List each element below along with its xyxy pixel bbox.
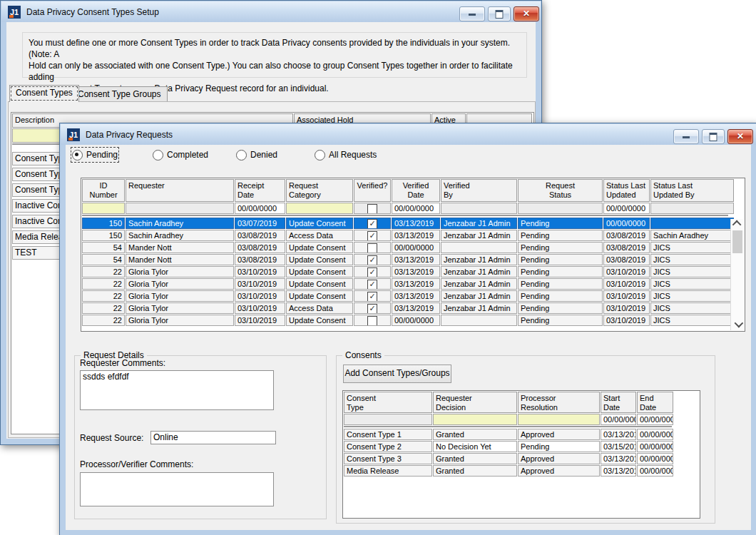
cell-status[interactable]: Pending: [518, 315, 603, 326]
column-header[interactable]: Processor Resolution: [518, 392, 600, 413]
cell-status[interactable]: Pending: [518, 218, 603, 229]
cell-vdate[interactable]: 03/13/2019: [392, 254, 440, 265]
request-row[interactable]: 22Gloria Tylor03/10/2019Update Consent00…: [82, 315, 745, 326]
cell-receipt[interactable]: 03/10/2019: [235, 290, 285, 302]
cell-id[interactable]: 22: [82, 266, 125, 277]
cell-resolution[interactable]: Pending: [518, 441, 600, 452]
request-row[interactable]: 54Mander Nott03/08/2019Update Consent✓03…: [82, 254, 745, 265]
cell-status[interactable]: Pending: [518, 230, 603, 241]
column-header[interactable]: Status Last Updated On: [603, 179, 650, 202]
cell-receipt[interactable]: 03/08/2019: [235, 242, 285, 253]
cell-requester[interactable]: Gloria Tylor: [126, 290, 234, 302]
cell-receipt[interactable]: 03/08/2019: [235, 254, 285, 265]
filter-cell[interactable]: [286, 203, 353, 214]
cell-vby[interactable]: [441, 315, 517, 326]
filter-cell[interactable]: 00/00/0000: [392, 203, 440, 214]
cell-updated_on[interactable]: 03/08/2019: [603, 254, 650, 265]
column-header[interactable]: Receipt Date: [235, 179, 285, 202]
cell-updated_by[interactable]: JICS: [650, 278, 734, 290]
consent-setup-titlebar[interactable]: J1 Data Privacy Consent Types Setup ✕: [1, 1, 541, 22]
filter-cell[interactable]: [433, 414, 517, 425]
cell-requester[interactable]: Gloria Tylor: [126, 315, 234, 326]
cell-receipt[interactable]: 03/10/2019: [235, 278, 285, 290]
cell-updated_by[interactable]: JICS: [650, 266, 734, 277]
cell-type[interactable]: Consent Type 1: [344, 429, 432, 440]
radio-pending[interactable]: Pending: [72, 148, 118, 161]
filter-cell[interactable]: 00/00/000: [601, 414, 636, 425]
column-header[interactable]: Verified By: [441, 179, 517, 202]
requests-titlebar[interactable]: J1 Data Privacy Requests ✕: [61, 124, 756, 145]
cell-requester[interactable]: Gloria Tylor: [126, 278, 234, 290]
cell-requester[interactable]: Mander Nott: [126, 242, 234, 253]
request-row[interactable]: 22Gloria Tylor03/10/2019Update Consent✓0…: [82, 278, 745, 290]
cell-updated_by[interactable]: JICS: [650, 290, 734, 302]
cell-requester[interactable]: Gloria Tylor: [126, 302, 234, 314]
checkbox-unchecked-icon[interactable]: [367, 316, 377, 326]
filter-cell[interactable]: [82, 203, 125, 214]
cell-category[interactable]: Access Data: [286, 302, 353, 314]
cell-end[interactable]: 00/00/000: [637, 465, 673, 477]
cell-resolution[interactable]: Approved: [518, 465, 600, 477]
radio-all-requests[interactable]: All Requests: [315, 148, 377, 161]
cell-verified[interactable]: ✓: [354, 266, 391, 277]
filter-cell[interactable]: [650, 203, 734, 214]
cell-vby[interactable]: Jenzabar J1 Admin: [441, 278, 517, 290]
cell-verified[interactable]: [354, 315, 391, 326]
cell-id[interactable]: 150: [82, 230, 125, 241]
cell-requester[interactable]: Sachin Aradhey: [126, 218, 234, 229]
checkbox-checked-icon[interactable]: ✓: [367, 304, 377, 314]
checkbox-checked-icon[interactable]: ✓: [367, 292, 377, 302]
requester-comments-textarea[interactable]: ssdds efdfdf: [80, 370, 274, 410]
column-header[interactable]: Requester Decision: [433, 392, 517, 413]
filter-cell[interactable]: [518, 203, 603, 214]
processor-comments-textarea[interactable]: [80, 472, 274, 506]
column-header[interactable]: ID Number: [82, 179, 125, 202]
cell-updated_on[interactable]: 03/08/2019: [603, 242, 650, 253]
cell-verified[interactable]: [354, 242, 391, 253]
cell-start[interactable]: 03/13/201: [601, 429, 636, 440]
consent-row[interactable]: Consent Type 1GrantedApproved03/13/20100…: [344, 429, 700, 440]
cell-vby[interactable]: Jenzabar J1 Admin: [441, 218, 517, 229]
cell-id[interactable]: 54: [82, 254, 125, 265]
column-header[interactable]: Request Status: [518, 179, 603, 202]
cell-end[interactable]: 00/00/000: [637, 429, 673, 440]
cell-verified[interactable]: ✓: [354, 302, 391, 314]
column-header[interactable]: Request Category: [286, 179, 353, 202]
radio-denied[interactable]: Denied: [236, 148, 277, 161]
cell-end[interactable]: 00/00/000: [637, 453, 673, 464]
cell-vdate[interactable]: 03/13/2019: [392, 278, 440, 290]
cell-category[interactable]: Update Consent: [286, 315, 353, 326]
cell-decision[interactable]: Granted: [433, 453, 517, 464]
checkbox-icon[interactable]: [367, 204, 377, 214]
request-row[interactable]: 150Sachin Aradhey03/07/2019Update Consen…: [82, 218, 745, 229]
cell-status[interactable]: Pending: [518, 278, 603, 290]
cell-receipt[interactable]: 03/10/2019: [235, 315, 285, 326]
filter-cell[interactable]: [518, 414, 600, 425]
tab-consent-type-groups[interactable]: Consent Type Groups: [71, 86, 168, 102]
cell-updated_on[interactable]: 03/08/2019: [603, 230, 650, 241]
cell-receipt[interactable]: 03/10/2019: [235, 302, 285, 314]
add-consent-types-groups-button[interactable]: Add Consent Types/Groups: [343, 365, 451, 383]
filter-cell[interactable]: [344, 414, 432, 425]
scroll-down-icon[interactable]: [731, 320, 744, 330]
close-button[interactable]: ✕: [514, 6, 539, 21]
cell-updated_on[interactable]: 00/00/0000: [603, 218, 650, 229]
cell-id[interactable]: 22: [82, 290, 125, 302]
column-header[interactable]: End Date: [637, 392, 673, 413]
cell-category[interactable]: Update Consent: [286, 254, 353, 265]
cell-receipt[interactable]: 03/10/2019: [235, 266, 285, 277]
consent-row[interactable]: Consent Type 3GrantedApproved03/13/20100…: [344, 453, 700, 464]
minimize-button[interactable]: [459, 6, 485, 21]
cell-status[interactable]: Pending: [518, 302, 603, 314]
cell-updated_by[interactable]: Sachin Aradhey: [650, 230, 734, 241]
column-header[interactable]: Verified Date: [392, 179, 440, 202]
cell-category[interactable]: Update Consent: [286, 278, 353, 290]
cell-decision[interactable]: Granted: [433, 465, 517, 477]
checkbox-checked-icon[interactable]: ✓: [367, 268, 377, 277]
cell-updated_on[interactable]: 03/10/2019: [603, 302, 650, 314]
cell-vby[interactable]: [441, 242, 517, 253]
cell-updated_by[interactable]: JICS: [650, 315, 734, 326]
cell-start[interactable]: 03/13/201: [601, 453, 636, 464]
cell-decision[interactable]: Granted: [433, 429, 517, 440]
cell-vby[interactable]: Jenzabar J1 Admin: [441, 254, 517, 265]
